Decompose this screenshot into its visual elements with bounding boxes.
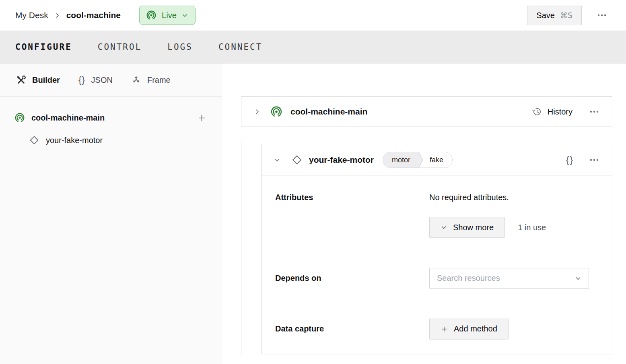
attributes-empty-text: No required attributes. bbox=[429, 193, 546, 202]
history-button[interactable]: History bbox=[532, 106, 572, 117]
badge-divider-chevron bbox=[418, 152, 424, 168]
component-card-header: your-fake-motor motor fake {} bbox=[262, 144, 612, 176]
add-method-button[interactable]: Add method bbox=[429, 319, 509, 339]
json-braces-icon: {} bbox=[566, 154, 573, 165]
tab-configure[interactable]: CONFIGURE bbox=[15, 42, 72, 52]
add-resource-button[interactable] bbox=[196, 112, 207, 123]
chevron-right-icon bbox=[253, 108, 261, 115]
breadcrumb-parent-link[interactable]: My Desk bbox=[15, 10, 48, 20]
tab-connect[interactable]: CONNECT bbox=[218, 42, 263, 52]
builder-tools-icon bbox=[16, 75, 26, 85]
component-card-title: your-fake-motor bbox=[309, 155, 374, 165]
attributes-label: Attributes bbox=[275, 193, 429, 253]
config-sidebar: Builder {} JSON Frame bbox=[0, 63, 222, 364]
tab-logs[interactable]: LOGS bbox=[167, 42, 193, 52]
chevron-down-icon bbox=[575, 275, 581, 282]
machine-part-icon bbox=[14, 112, 25, 123]
attributes-section: Attributes No required attributes. Show … bbox=[262, 176, 612, 253]
machine-part-icon bbox=[270, 106, 282, 118]
view-mode-tabbar: Builder {} JSON Frame bbox=[0, 63, 222, 97]
component-type-badge: motor fake bbox=[383, 152, 453, 168]
depends-on-section: Depends on bbox=[262, 253, 612, 304]
view-tab-frame[interactable]: Frame bbox=[131, 75, 171, 85]
show-more-button[interactable]: Show more bbox=[429, 217, 505, 238]
part-card-menu-button[interactable] bbox=[588, 108, 601, 115]
resource-tree: cool-machine-main your-fake-motor bbox=[0, 97, 222, 149]
header-overflow-menu-button[interactable] bbox=[595, 12, 608, 18]
view-tab-frame-label: Frame bbox=[147, 76, 171, 85]
plus-icon bbox=[441, 325, 448, 333]
tree-item-component[interactable]: your-fake-motor bbox=[0, 131, 222, 149]
tree-item-component-label: your-fake-motor bbox=[46, 136, 103, 145]
app-header: My Desk cool-machine Live Save ⌘S bbox=[0, 0, 626, 31]
plus-icon bbox=[197, 113, 206, 123]
chevron-down-icon bbox=[441, 224, 447, 231]
tab-control[interactable]: CONTROL bbox=[98, 42, 142, 52]
badge-model: fake bbox=[424, 152, 452, 168]
live-status-label: Live bbox=[162, 11, 177, 20]
breadcrumb-current: cool-machine bbox=[66, 10, 121, 20]
breadcrumb-chevron-icon bbox=[54, 12, 60, 18]
depends-on-select[interactable] bbox=[429, 268, 589, 289]
part-expand-button[interactable] bbox=[253, 107, 262, 116]
save-button-label: Save bbox=[536, 11, 555, 20]
attributes-in-use-count: 1 in use bbox=[518, 223, 546, 232]
save-button[interactable]: Save ⌘S bbox=[527, 6, 582, 25]
json-braces-icon: {} bbox=[78, 75, 85, 85]
ellipsis-icon bbox=[589, 110, 599, 113]
history-button-label: History bbox=[548, 107, 572, 117]
component-diamond-icon bbox=[291, 154, 303, 166]
data-capture-label: Data capture bbox=[275, 324, 429, 333]
frame-axes-icon bbox=[131, 75, 141, 85]
tree-item-part[interactable]: cool-machine-main bbox=[0, 109, 222, 127]
machine-live-icon bbox=[146, 10, 156, 20]
part-card: cool-machine-main History bbox=[241, 96, 612, 127]
ellipsis-icon bbox=[597, 14, 607, 17]
component-collapse-button[interactable] bbox=[273, 155, 282, 164]
component-json-button[interactable]: {} bbox=[566, 154, 573, 166]
history-clock-icon bbox=[532, 106, 542, 117]
tree-item-part-label: cool-machine-main bbox=[31, 113, 105, 123]
add-method-label: Add method bbox=[454, 324, 497, 333]
chevron-down-icon bbox=[274, 156, 281, 164]
save-shortcut-hint: ⌘S bbox=[560, 11, 572, 20]
tree-connector-line bbox=[241, 141, 241, 356]
view-tab-json-label: JSON bbox=[91, 76, 113, 85]
search-resources-input[interactable] bbox=[437, 274, 575, 283]
depends-on-label: Depends on bbox=[275, 274, 429, 283]
component-card: your-fake-motor motor fake {} bbox=[261, 144, 612, 354]
part-card-title: cool-machine-main bbox=[290, 107, 367, 117]
view-tab-json[interactable]: {} JSON bbox=[78, 75, 113, 85]
live-status-dropdown[interactable]: Live bbox=[139, 6, 196, 25]
chevron-down-icon bbox=[182, 12, 188, 18]
badge-type: motor bbox=[383, 152, 418, 168]
component-diamond-icon bbox=[29, 135, 39, 145]
data-capture-section: Data capture Add method bbox=[262, 304, 612, 354]
config-main-panel: cool-machine-main History bbox=[222, 63, 626, 364]
ellipsis-icon bbox=[589, 158, 599, 162]
view-tab-builder[interactable]: Builder bbox=[16, 75, 60, 85]
main-nav-tabbar: CONFIGURE CONTROL LOGS CONNECT bbox=[0, 31, 626, 63]
component-menu-button[interactable] bbox=[588, 157, 601, 163]
show-more-label: Show more bbox=[453, 223, 494, 232]
view-tab-builder-label: Builder bbox=[32, 76, 60, 85]
